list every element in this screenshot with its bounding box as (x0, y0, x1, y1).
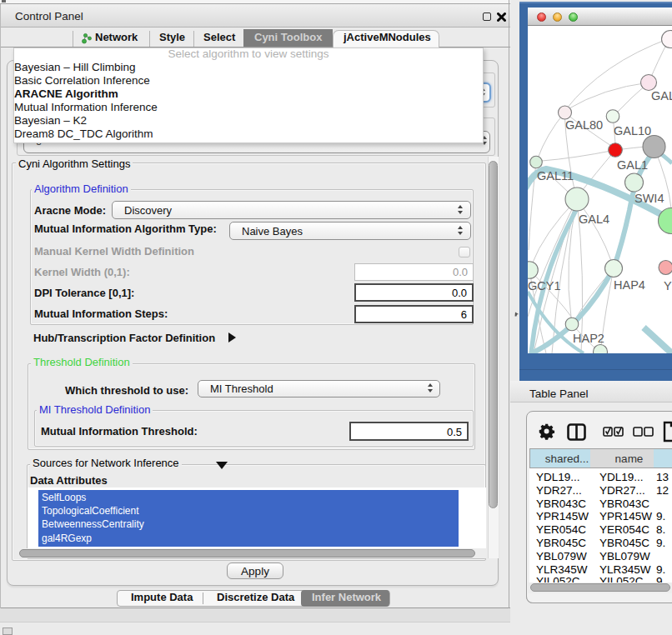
svg-text:GAL1: GAL1 (617, 158, 648, 172)
svg-text:GAL10: GAL10 (614, 124, 651, 138)
svg-text:GAL80: GAL80 (565, 118, 603, 132)
svg-text:HAP4: HAP4 (614, 278, 645, 292)
svg-text:HAP2: HAP2 (573, 332, 604, 345)
svg-text:SWI4: SWI4 (634, 192, 664, 205)
svg-text:GAL: GAL (651, 89, 672, 102)
svg-text:GAL4: GAL4 (579, 212, 609, 226)
svg-text:GCY1: GCY1 (528, 279, 561, 292)
svg-text:GAL11: GAL11 (537, 169, 574, 182)
svg-text:Y: Y (664, 279, 672, 292)
